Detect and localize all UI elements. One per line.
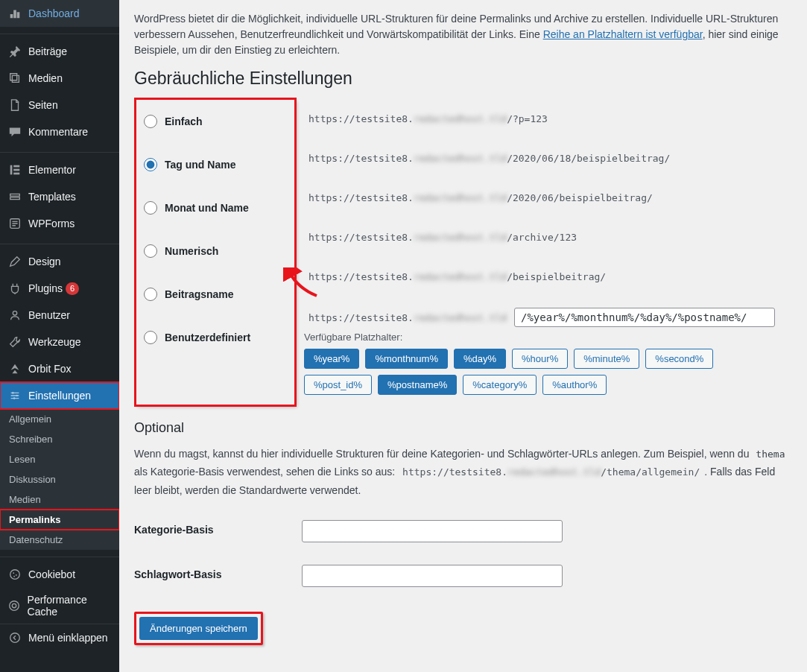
- svg-point-7: [16, 395, 18, 397]
- sidebar-item-plugins[interactable]: Plugins 6: [0, 275, 119, 302]
- admin-sidebar: Dashboard Beiträge Medien Seiten Komment…: [0, 0, 119, 672]
- radio-postname[interactable]: [144, 288, 157, 301]
- intro-paragraph: WordPress bietet dir die Möglichkeit, in…: [134, 11, 792, 58]
- sidebar-item-pages[interactable]: Seiten: [0, 92, 119, 118]
- submenu-privacy[interactable]: Datenschutz: [0, 530, 119, 550]
- sample-monthname: https://testsite8.redactedhost.tld/2020/…: [304, 189, 657, 206]
- save-button[interactable]: Änderungen speichern: [139, 617, 258, 640]
- category-base-input[interactable]: [302, 520, 563, 542]
- structure-tag-post_id[interactable]: %post_id%: [304, 375, 372, 395]
- radio-custom[interactable]: [144, 331, 157, 344]
- pages-icon: [7, 98, 22, 112]
- sidebar-item-tools[interactable]: Werkzeuge: [0, 329, 119, 355]
- sidebar-item-wpforms[interactable]: WPForms: [0, 210, 119, 237]
- svg-rect-2: [13, 169, 19, 171]
- radio-dayname[interactable]: [144, 158, 157, 171]
- sidebar-item-dashboard[interactable]: Dashboard: [0, 0, 119, 27]
- plugins-icon: [7, 281, 22, 296]
- structure-tags: %year%%monthnum%%day%%hour%%minute%%seco…: [304, 349, 784, 395]
- tag-base-input[interactable]: [302, 565, 563, 587]
- sidebar-item-design[interactable]: Design: [0, 248, 119, 275]
- sidebar-label: Benutzer: [28, 309, 70, 321]
- sidebar-item-orbitfox[interactable]: Orbit Fox: [0, 355, 119, 382]
- submenu-writing[interactable]: Schreiben: [0, 429, 119, 449]
- plugins-update-badge: 6: [66, 282, 79, 295]
- collapse-icon: [7, 630, 22, 645]
- svg-point-9: [10, 570, 20, 580]
- submenu-reading[interactable]: Lesen: [0, 449, 119, 469]
- sidebar-label: Beiträge: [28, 45, 67, 57]
- sidebar-label: Seiten: [28, 99, 58, 111]
- submenu-general[interactable]: Allgemein: [0, 409, 119, 429]
- structure-tag-year[interactable]: %year%: [304, 349, 359, 369]
- sidebar-item-media[interactable]: Medien: [0, 65, 119, 92]
- dashboard-icon: [7, 6, 22, 21]
- svg-point-10: [13, 572, 14, 574]
- sidebar-label: Cookiebot: [28, 568, 75, 580]
- sidebar-label: Design: [28, 256, 61, 267]
- sidebar-item-comments[interactable]: Kommentare: [0, 118, 119, 145]
- option-numeric[interactable]: Numerisch: [144, 244, 287, 258]
- save-highlight: Änderungen speichern: [134, 612, 263, 645]
- submenu-discussion[interactable]: Diskussion: [0, 469, 119, 489]
- sidebar-label: Dashboard: [28, 7, 80, 19]
- sidebar-label: Menü einklappen: [28, 632, 108, 644]
- sample-postname: https://testsite8.redactedhost.tld/beisp…: [304, 268, 610, 285]
- sidebar-label: Elementor: [28, 164, 76, 176]
- submenu-media[interactable]: Medien: [0, 489, 119, 510]
- main-content: WordPress bietet dir die Möglichkeit, in…: [119, 0, 807, 672]
- sidebar-label: Orbit Fox: [28, 363, 72, 375]
- sidebar-item-cookiebot[interactable]: Cookiebot: [0, 561, 119, 588]
- category-base-label: Kategorie-Basis: [134, 509, 294, 554]
- svg-point-11: [16, 574, 17, 576]
- comments-icon: [7, 124, 22, 139]
- users-icon: [7, 308, 22, 323]
- sample-plain: https://testsite8.redactedhost.tld/?p=12…: [304, 110, 552, 127]
- option-plain[interactable]: Einfach: [144, 115, 287, 128]
- structure-tag-day[interactable]: %day%: [454, 349, 506, 369]
- radio-numeric[interactable]: [144, 244, 157, 258]
- structure-tag-category[interactable]: %category%: [463, 375, 537, 395]
- svg-point-6: [12, 392, 14, 394]
- svg-point-8: [13, 397, 16, 399]
- placeholders-link[interactable]: Reihe an Platzhaltern ist verfügbar: [543, 28, 703, 40]
- optional-paragraph: Wenn du magst, kannst du hier individuel…: [134, 446, 792, 498]
- option-monthname[interactable]: Monat und Name: [144, 201, 287, 215]
- option-postname[interactable]: Beitragsname: [144, 288, 287, 301]
- structure-tag-monthnum[interactable]: %monthnum%: [365, 349, 448, 369]
- sidebar-item-users[interactable]: Benutzer: [0, 302, 119, 329]
- templates-icon: [7, 189, 22, 204]
- radio-plain[interactable]: [144, 115, 157, 128]
- option-dayname[interactable]: Tag und Name: [144, 158, 287, 171]
- sidebar-collapse[interactable]: Menü einklappen: [0, 624, 119, 651]
- sample-numeric: https://testsite8.redactedhost.tld/archi…: [304, 229, 581, 246]
- tools-icon: [7, 335, 22, 349]
- media-icon: [7, 71, 22, 86]
- sidebar-label: WPForms: [28, 218, 75, 229]
- cookiebot-icon: [7, 567, 22, 582]
- structure-tag-postname[interactable]: %postname%: [378, 375, 457, 395]
- structure-tag-second[interactable]: %second%: [645, 349, 713, 369]
- submenu-permalinks[interactable]: Permalinks: [0, 510, 119, 530]
- sidebar-item-posts[interactable]: Beiträge: [0, 38, 119, 65]
- cache-icon: [7, 598, 22, 613]
- svg-rect-3: [13, 173, 19, 175]
- custom-structure-input[interactable]: [514, 308, 775, 327]
- sidebar-item-perfcache[interactable]: Performance Cache: [0, 588, 119, 624]
- sidebar-item-elementor[interactable]: Elementor: [0, 156, 119, 183]
- elementor-icon: [7, 162, 22, 177]
- option-custom[interactable]: Benutzerdefiniert: [144, 331, 287, 344]
- optional-example-url: https://testsite8.redactedhost.tld/thema…: [398, 462, 704, 483]
- sidebar-label: Kommentare: [28, 126, 88, 138]
- structure-tag-hour[interactable]: %hour%: [512, 349, 568, 369]
- settings-submenu: Allgemein Schreiben Lesen Diskussion Med…: [0, 409, 119, 550]
- sidebar-item-templates[interactable]: Templates: [0, 183, 119, 210]
- structure-tag-minute[interactable]: %minute%: [574, 349, 639, 369]
- sidebar-label: Performance Cache: [28, 594, 113, 618]
- svg-point-13: [10, 601, 19, 611]
- radio-monthname[interactable]: [144, 201, 157, 215]
- structure-tag-author[interactable]: %author%: [542, 375, 607, 395]
- sidebar-item-settings[interactable]: Einstellungen: [0, 382, 119, 409]
- svg-rect-1: [13, 165, 19, 168]
- sample-dayname: https://testsite8.redactedhost.tld/2020/…: [304, 150, 674, 167]
